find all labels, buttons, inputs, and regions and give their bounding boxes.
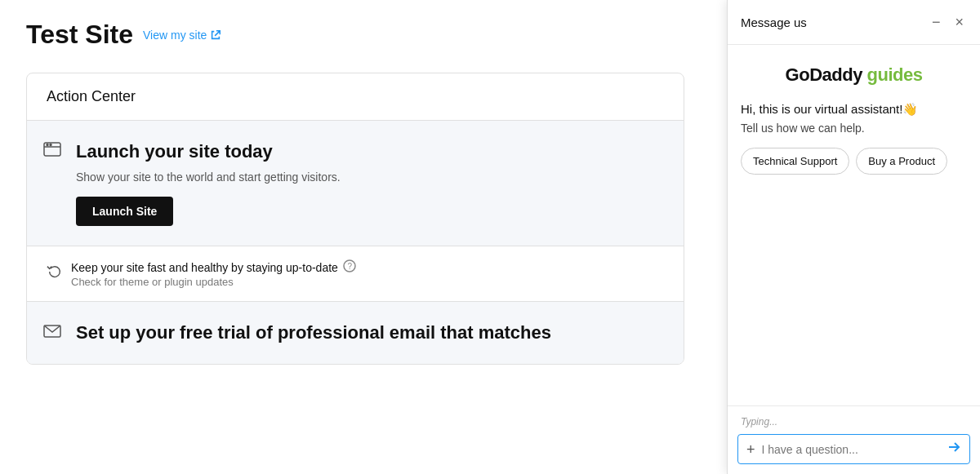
- chat-logo-green: guides: [862, 64, 923, 85]
- chat-input-row: +: [737, 434, 970, 464]
- chat-header-title: Message us: [741, 16, 807, 29]
- browser-icon: [43, 140, 61, 162]
- update-row-text: Keep your site fast and healthy by stayi…: [71, 261, 338, 274]
- chat-widget: Message us − × GoDaddy guides Hi, this i…: [727, 0, 980, 474]
- email-card-title: Set up your free trial of professional e…: [76, 321, 664, 345]
- action-center-heading: Action Center: [27, 73, 684, 121]
- chat-option-buy-product[interactable]: Buy a Product: [856, 148, 947, 175]
- chat-option-technical-support[interactable]: Technical Support: [741, 148, 849, 175]
- help-icon[interactable]: ?: [343, 259, 356, 276]
- svg-point-3: [50, 144, 51, 146]
- email-card: Set up your free trial of professional e…: [27, 302, 684, 365]
- svg-text:?: ?: [347, 262, 352, 271]
- launch-card: Launch your site today Show your site to…: [27, 121, 684, 246]
- svg-point-2: [47, 144, 48, 146]
- view-site-link[interactable]: View my site: [143, 29, 221, 42]
- chat-footer: Typing... +: [728, 405, 980, 474]
- action-center-section: Action Center Launch your site today Sho…: [26, 73, 684, 365]
- chat-logo-black: GoDaddy: [786, 64, 862, 85]
- chat-logo: GoDaddy guides: [786, 64, 923, 86]
- chat-greeting: Hi, this is our virtual assistant!👋: [741, 102, 967, 117]
- envelope-icon: [43, 321, 61, 343]
- chat-message-input[interactable]: [762, 443, 940, 456]
- chat-attach-button[interactable]: +: [746, 442, 755, 457]
- chat-body: GoDaddy guides Hi, this is our virtual a…: [728, 45, 980, 405]
- chat-send-button[interactable]: [947, 440, 961, 458]
- page-header: Test Site View my site: [26, 20, 684, 50]
- chat-options: Technical Support Buy a Product: [741, 148, 967, 175]
- view-site-label: View my site: [143, 29, 207, 42]
- launch-site-button[interactable]: Launch Site: [76, 197, 173, 226]
- update-row: Keep your site fast and healthy by stayi…: [27, 246, 684, 302]
- chat-typing-indicator: Typing...: [737, 416, 970, 427]
- refresh-icon: [47, 264, 63, 283]
- update-row-subtext: Check for theme or plugin updates: [71, 276, 356, 288]
- chat-subtitle: Tell us how we can help.: [741, 122, 967, 135]
- chat-header: Message us − ×: [728, 0, 980, 45]
- launch-card-title: Launch your site today: [76, 140, 664, 164]
- launch-card-desc: Show your site to the world and start ge…: [76, 171, 664, 184]
- external-link-icon: [210, 29, 221, 41]
- chat-close-button[interactable]: ×: [951, 13, 967, 31]
- chat-header-actions: − ×: [929, 13, 967, 31]
- page-title: Test Site: [26, 20, 133, 50]
- chat-minimize-button[interactable]: −: [929, 13, 944, 31]
